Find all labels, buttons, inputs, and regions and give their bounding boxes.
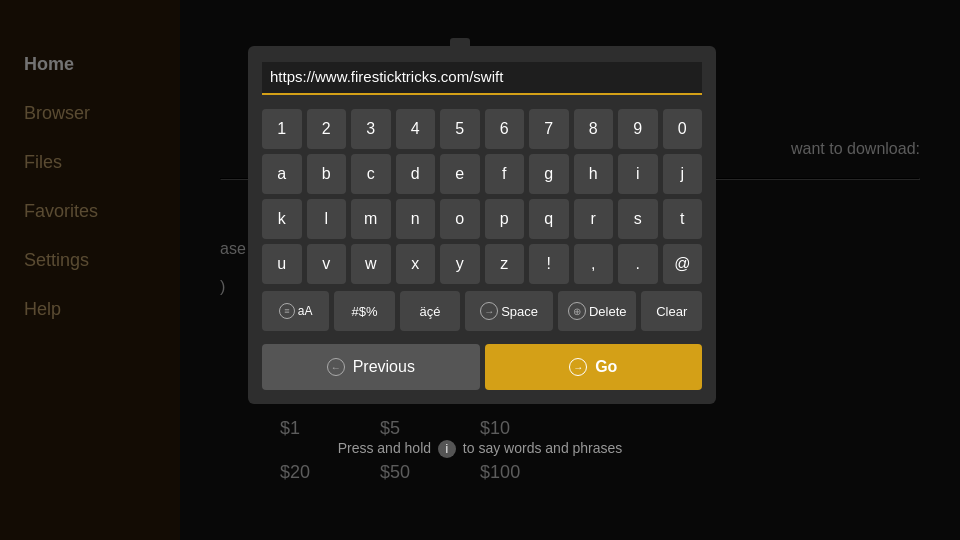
- previous-button[interactable]: ← Previous: [262, 344, 480, 390]
- row-a-j: a b c d e f g h i j: [262, 154, 702, 194]
- key-v[interactable]: v: [307, 244, 347, 284]
- key-g[interactable]: g: [529, 154, 569, 194]
- key-l[interactable]: l: [307, 199, 347, 239]
- key-m[interactable]: m: [351, 199, 391, 239]
- go-button[interactable]: → Go: [485, 344, 703, 390]
- key-hash[interactable]: #$%: [334, 291, 395, 331]
- key-6[interactable]: 6: [485, 109, 525, 149]
- hint-icon: i: [438, 440, 456, 458]
- dialog-tab: [450, 38, 470, 46]
- url-input[interactable]: [262, 62, 702, 95]
- key-delete[interactable]: ⊕ Delete: [558, 291, 637, 331]
- key-0[interactable]: 0: [663, 109, 703, 149]
- key-period[interactable]: .: [618, 244, 658, 284]
- key-clear[interactable]: Clear: [641, 291, 702, 331]
- key-j[interactable]: j: [663, 154, 703, 194]
- hint-text-before: Press and hold: [338, 440, 431, 456]
- key-k[interactable]: k: [262, 199, 302, 239]
- key-p[interactable]: p: [485, 199, 525, 239]
- key-s[interactable]: s: [618, 199, 658, 239]
- key-8[interactable]: 8: [574, 109, 614, 149]
- key-y[interactable]: y: [440, 244, 480, 284]
- key-c[interactable]: c: [351, 154, 391, 194]
- keyboard-dialog: 1 2 3 4 5 6 7 8 9 0 a b c d e f g h i j …: [248, 46, 716, 404]
- key-q[interactable]: q: [529, 199, 569, 239]
- row-k-t: k l m n o p q r s t: [262, 199, 702, 239]
- key-h[interactable]: h: [574, 154, 614, 194]
- key-4[interactable]: 4: [396, 109, 436, 149]
- key-b[interactable]: b: [307, 154, 347, 194]
- key-f[interactable]: f: [485, 154, 525, 194]
- key-comma[interactable]: ,: [574, 244, 614, 284]
- hint-text-after: to say words and phrases: [463, 440, 623, 456]
- key-accent[interactable]: äçé: [400, 291, 461, 331]
- key-r[interactable]: r: [574, 199, 614, 239]
- key-3[interactable]: 3: [351, 109, 391, 149]
- special-row: ≡ aA #$% äçé → Space ⊕ Delete Clear: [262, 291, 702, 331]
- hint-bar: Press and hold i to say words and phrase…: [0, 440, 960, 458]
- key-d[interactable]: d: [396, 154, 436, 194]
- key-w[interactable]: w: [351, 244, 391, 284]
- key-n[interactable]: n: [396, 199, 436, 239]
- key-space[interactable]: → Space: [465, 291, 553, 331]
- key-a[interactable]: a: [262, 154, 302, 194]
- key-t[interactable]: t: [663, 199, 703, 239]
- action-row: ← Previous → Go: [262, 344, 702, 390]
- key-aa[interactable]: ≡ aA: [262, 291, 329, 331]
- key-7[interactable]: 7: [529, 109, 569, 149]
- key-5[interactable]: 5: [440, 109, 480, 149]
- key-exclaim[interactable]: !: [529, 244, 569, 284]
- key-i[interactable]: i: [618, 154, 658, 194]
- key-o[interactable]: o: [440, 199, 480, 239]
- key-z[interactable]: z: [485, 244, 525, 284]
- key-9[interactable]: 9: [618, 109, 658, 149]
- key-u[interactable]: u: [262, 244, 302, 284]
- row-u-at: u v w x y z ! , . @: [262, 244, 702, 284]
- key-e[interactable]: e: [440, 154, 480, 194]
- key-2[interactable]: 2: [307, 109, 347, 149]
- keyboard: 1 2 3 4 5 6 7 8 9 0 a b c d e f g h i j …: [262, 109, 702, 390]
- key-1[interactable]: 1: [262, 109, 302, 149]
- key-at[interactable]: @: [663, 244, 703, 284]
- key-x[interactable]: x: [396, 244, 436, 284]
- number-row: 1 2 3 4 5 6 7 8 9 0: [262, 109, 702, 149]
